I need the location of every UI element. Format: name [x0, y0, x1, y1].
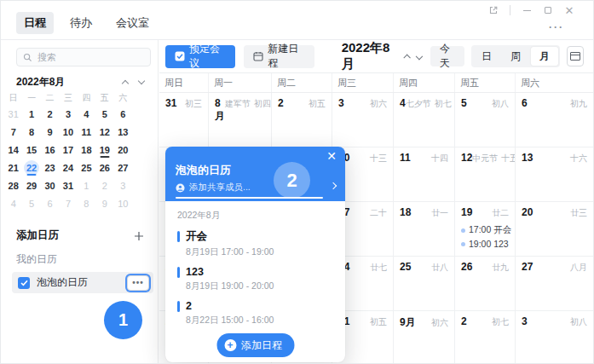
mini-calendar-weekdays: 日一二三四五六: [4, 92, 132, 104]
mini-day[interactable]: 10: [59, 123, 77, 141]
popup-close-icon[interactable]: ✕: [326, 149, 337, 163]
add-calendar-plus-icon[interactable]: [134, 231, 144, 241]
mini-day[interactable]: 18: [78, 141, 95, 159]
mini-day[interactable]: 6: [41, 194, 59, 212]
mini-day[interactable]: 5: [95, 105, 113, 123]
mini-day[interactable]: 3: [59, 105, 77, 123]
grid-cell[interactable]: 25廿八: [394, 257, 455, 311]
mini-day[interactable]: 25: [78, 159, 95, 176]
mini-day[interactable]: 15: [22, 141, 40, 159]
mini-day[interactable]: 26: [95, 159, 113, 176]
next-month-icon[interactable]: [138, 78, 145, 84]
calendar-list-item[interactable]: 泡泡的日历 •••: [12, 272, 153, 293]
grid-cell[interactable]: 26廿九: [455, 257, 516, 311]
tab-meeting-rooms[interactable]: 会议室: [108, 12, 157, 34]
mini-day[interactable]: 11: [78, 123, 95, 141]
new-event-button[interactable]: 新建日程: [244, 45, 314, 68]
grid-cell[interactable]: 27八月: [516, 257, 593, 311]
grid-cell[interactable]: 3初六: [332, 93, 394, 147]
book-meeting-button[interactable]: 预定会议: [165, 45, 235, 68]
mini-day[interactable]: 9: [41, 123, 59, 141]
grid-cell[interactable]: 4七夕节初七: [394, 93, 455, 147]
view-option-日[interactable]: 日: [473, 47, 500, 66]
grid-cell[interactable]: 19廿二17:00 开会19:00 123: [455, 202, 516, 257]
view-option-周[interactable]: 周: [502, 47, 529, 66]
mini-day[interactable]: 14: [4, 141, 22, 159]
mini-day[interactable]: 4: [78, 105, 95, 123]
mini-day[interactable]: 30: [41, 176, 59, 194]
next-month-nav-icon[interactable]: [416, 53, 423, 60]
view-option-月[interactable]: 月: [531, 47, 558, 66]
grid-cell[interactable]: 2初五: [272, 93, 332, 147]
mini-day[interactable]: 8: [78, 194, 95, 212]
grid-cell[interactable]: 5初八: [455, 93, 516, 147]
event-entry[interactable]: 17:00 开会: [461, 223, 509, 237]
mini-day[interactable]: 1: [22, 105, 40, 123]
grid-cell[interactable]: 18廿一: [394, 202, 455, 257]
popup-event-item[interactable]: 开会8月19日 17:00 - 19:00: [177, 229, 333, 258]
mini-day[interactable]: 6: [114, 105, 132, 123]
tab-schedule[interactable]: 日程: [16, 12, 54, 34]
mini-day[interactable]: 31: [4, 105, 22, 123]
event-entry[interactable]: 19:00 123: [461, 237, 509, 251]
mini-day[interactable]: 20: [114, 141, 132, 159]
mini-day[interactable]: 19: [95, 141, 113, 159]
prev-month-nav-icon[interactable]: [404, 54, 411, 61]
mini-day[interactable]: 12: [95, 123, 113, 141]
mini-day[interactable]: 9: [95, 194, 113, 212]
mini-day[interactable]: 7: [59, 194, 77, 212]
grid-weekday-label: 周六: [516, 73, 593, 92]
minimize-button[interactable]: [522, 5, 532, 15]
grid-cell[interactable]: 3初八: [516, 311, 593, 363]
prev-month-icon[interactable]: [122, 80, 129, 87]
more-options-button[interactable]: ···: [549, 21, 564, 33]
mini-day[interactable]: 7: [4, 123, 22, 141]
mini-day[interactable]: 3: [114, 176, 132, 194]
lunar-label: 初七: [435, 98, 452, 110]
grid-cell[interactable]: 11十四: [394, 147, 455, 202]
mini-weekday-label: 二: [41, 92, 59, 104]
calendar-item-more-button[interactable]: •••: [127, 275, 149, 291]
grid-cell[interactable]: 13十六: [516, 147, 593, 202]
popup-chevron-right-icon[interactable]: [331, 176, 336, 192]
search-input-wrapper[interactable]: [16, 48, 151, 66]
mini-day[interactable]: 22: [22, 159, 40, 176]
mini-day[interactable]: 21: [4, 159, 22, 176]
mini-day[interactable]: 17: [59, 141, 77, 159]
search-input[interactable]: [37, 52, 144, 62]
grid-cell[interactable]: 8月建军节初四: [209, 93, 272, 147]
mini-day[interactable]: 31: [59, 176, 77, 194]
close-window-button[interactable]: ✕: [564, 5, 574, 15]
mini-day[interactable]: 29: [22, 176, 40, 194]
mini-day[interactable]: 10: [114, 194, 132, 212]
mini-day[interactable]: 1: [78, 176, 95, 194]
popup-event-item[interactable]: 1238月19日 19:00 - 20:00: [177, 266, 333, 292]
mini-day[interactable]: 28: [4, 176, 22, 194]
grid-cell[interactable]: 6初九: [516, 93, 593, 147]
mini-day[interactable]: 2: [41, 105, 59, 123]
mini-day[interactable]: 5: [22, 194, 40, 212]
mini-day[interactable]: 27: [114, 159, 132, 176]
mini-day[interactable]: 16: [41, 141, 59, 159]
add-event-button[interactable]: + 添加日程: [216, 333, 294, 357]
grid-cell[interactable]: 9月初六: [394, 311, 455, 363]
mini-day[interactable]: 24: [59, 159, 77, 176]
mini-day[interactable]: 13: [114, 123, 132, 141]
grid-cell[interactable]: 12中元节十五: [455, 147, 516, 202]
tab-bar: 日程待办会议室: [16, 12, 157, 34]
popup-event-item[interactable]: 28月22日 15:00 - 16:00: [177, 300, 333, 326]
maximize-button[interactable]: [543, 5, 553, 15]
today-button[interactable]: 今天: [430, 46, 464, 66]
calendar-checkbox[interactable]: [18, 277, 30, 289]
tab-todo[interactable]: 待办: [62, 12, 100, 34]
popup-add-members[interactable]: 添加共享成员...: [176, 182, 335, 194]
grid-cell[interactable]: 2初七: [455, 311, 516, 363]
mini-day[interactable]: 2: [95, 176, 113, 194]
mini-day[interactable]: 23: [41, 159, 59, 176]
grid-cell[interactable]: 20廿三: [516, 202, 593, 257]
mini-day[interactable]: 8: [22, 123, 40, 141]
mini-day[interactable]: 4: [4, 194, 22, 212]
grid-cell[interactable]: 31初三: [159, 93, 209, 147]
popout-icon[interactable]: [488, 5, 499, 15]
layout-toggle-button[interactable]: [567, 46, 584, 66]
